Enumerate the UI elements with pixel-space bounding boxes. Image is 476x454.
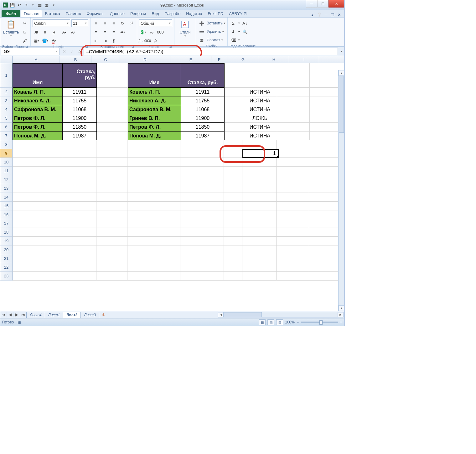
sheet-tab[interactable]: Лист2: [63, 312, 81, 318]
autosum-icon[interactable]: Σ: [230, 19, 237, 27]
cell[interactable]: Имя: [13, 63, 63, 88]
cell[interactable]: [309, 219, 342, 228]
cell[interactable]: [180, 272, 224, 281]
wb-close-icon[interactable]: ✕: [338, 13, 341, 17]
cell[interactable]: [277, 254, 309, 263]
row-header[interactable]: 11: [0, 167, 13, 175]
cell[interactable]: [309, 263, 342, 272]
scroll-down-icon[interactable]: ▾: [339, 305, 344, 311]
cell[interactable]: [309, 184, 342, 193]
tab-layout[interactable]: Разметк: [63, 10, 84, 17]
cell[interactable]: [277, 96, 310, 105]
fill-icon[interactable]: ⬇: [230, 28, 237, 35]
minimize-ribbon-icon[interactable]: ▴: [311, 13, 313, 17]
cell[interactable]: [96, 272, 127, 281]
cell[interactable]: [225, 63, 243, 88]
currency-icon[interactable]: 💲▾: [139, 28, 147, 36]
cell[interactable]: [62, 167, 96, 175]
row-header[interactable]: 10: [0, 158, 13, 167]
cell[interactable]: [224, 149, 242, 158]
page-layout-view-icon[interactable]: ▤: [267, 319, 274, 325]
row-header[interactable]: 9: [0, 149, 13, 158]
cell[interactable]: Имя: [128, 63, 181, 88]
cell[interactable]: [277, 263, 309, 272]
increase-decimal-icon[interactable]: ,0→,00: [139, 37, 147, 44]
cell[interactable]: Попова М. Д.: [13, 132, 63, 140]
cell[interactable]: [127, 228, 180, 237]
cell[interactable]: [13, 210, 62, 219]
qat-btn-2-icon[interactable]: ▦: [44, 3, 49, 8]
cell[interactable]: [225, 88, 243, 96]
cell[interactable]: [180, 210, 224, 219]
cell[interactable]: [310, 132, 342, 140]
cell[interactable]: [127, 245, 180, 254]
cell[interactable]: [97, 132, 128, 140]
cell[interactable]: [309, 228, 342, 237]
cell[interactable]: [309, 158, 342, 167]
sheet-tab[interactable]: Лист4: [26, 312, 45, 318]
cell[interactable]: [127, 140, 180, 149]
tab-file[interactable]: Файл: [2, 10, 20, 17]
cell[interactable]: [62, 175, 96, 184]
cell[interactable]: Николаев А. Д.: [13, 96, 63, 105]
cell[interactable]: [242, 263, 277, 272]
col-header-F[interactable]: F: [211, 56, 227, 63]
cell[interactable]: [96, 237, 127, 245]
cell[interactable]: [224, 228, 242, 237]
cell[interactable]: [96, 210, 127, 219]
cell[interactable]: [13, 184, 62, 193]
cell[interactable]: [277, 114, 310, 123]
macro-record-icon[interactable]: ▦: [18, 320, 21, 324]
cell[interactable]: 11755: [181, 96, 225, 105]
wb-minimize-icon[interactable]: ─: [325, 13, 328, 17]
cell[interactable]: [127, 272, 180, 281]
insert-cells-button[interactable]: Вставить: [207, 21, 223, 25]
expand-formula-bar-icon[interactable]: ▾: [339, 50, 344, 53]
delete-cells-button[interactable]: Удалить: [207, 29, 221, 34]
horizontal-scrollbar[interactable]: ◀ ▶: [218, 312, 344, 317]
cell[interactable]: [96, 202, 127, 210]
row-header[interactable]: 21: [0, 254, 13, 263]
select-all-corner[interactable]: [0, 56, 13, 63]
cell[interactable]: [242, 245, 277, 254]
cell[interactable]: Гринев В. П.: [128, 114, 181, 123]
cell[interactable]: 11068: [63, 105, 97, 114]
undo-icon[interactable]: ↶: [17, 3, 22, 8]
tab-data[interactable]: Данные: [107, 10, 127, 17]
number-format-combo[interactable]: Общий▾: [139, 19, 172, 27]
cell[interactable]: ИСТИНА: [243, 132, 277, 140]
cell[interactable]: [224, 272, 242, 281]
cell[interactable]: [96, 175, 127, 184]
fx-icon[interactable]: fx: [76, 48, 84, 55]
cell[interactable]: [62, 254, 96, 263]
cell[interactable]: [277, 88, 310, 96]
cell[interactable]: [310, 63, 342, 88]
cell[interactable]: [96, 149, 127, 158]
row-header[interactable]: 13: [0, 184, 13, 193]
cell[interactable]: [309, 245, 342, 254]
cell[interactable]: [127, 175, 180, 184]
cell[interactable]: [224, 140, 242, 149]
cell[interactable]: [13, 237, 62, 245]
cell[interactable]: Ставка, руб.: [181, 63, 225, 88]
format-cells-button[interactable]: Формат: [207, 38, 220, 42]
cell[interactable]: [96, 219, 127, 228]
cell[interactable]: [242, 184, 277, 193]
cell[interactable]: [97, 96, 128, 105]
cell[interactable]: [224, 184, 242, 193]
cell[interactable]: 11068: [181, 105, 225, 114]
cell[interactable]: Петров Ф. Л.: [13, 114, 63, 123]
vertical-scrollbar[interactable]: ▴ ▾: [338, 70, 344, 311]
cell[interactable]: [277, 140, 309, 149]
minimize-button[interactable]: ─: [306, 0, 317, 8]
increase-indent-icon[interactable]: ⇥: [101, 37, 109, 44]
cell[interactable]: [242, 228, 277, 237]
cell[interactable]: [242, 272, 277, 281]
cell[interactable]: [13, 158, 62, 167]
cell[interactable]: Ставка,руб.: [63, 63, 97, 88]
font-name-combo[interactable]: Calibri▾: [33, 19, 70, 27]
scroll-left-icon[interactable]: ◀: [218, 312, 224, 317]
cell[interactable]: 11987: [63, 132, 97, 140]
help-icon[interactable]: ❔: [317, 13, 322, 17]
cell[interactable]: [242, 254, 277, 263]
